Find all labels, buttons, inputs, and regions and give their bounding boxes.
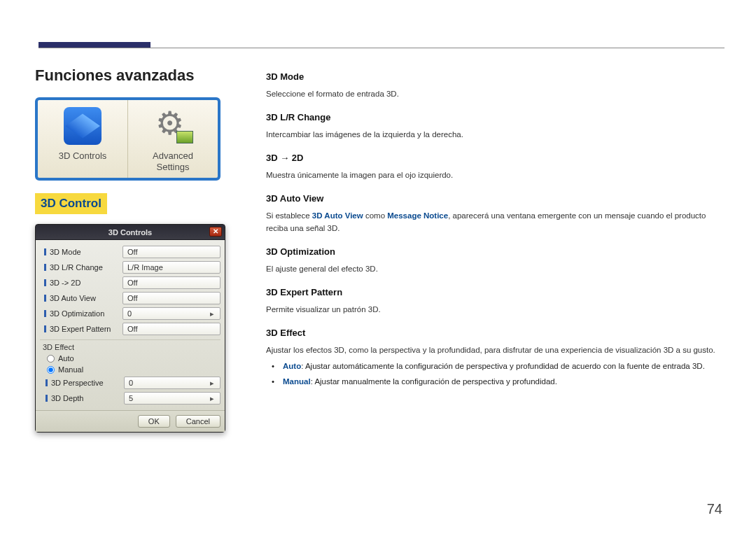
ok-button[interactable]: OK — [138, 415, 170, 428]
link-message-notice: Message Notice — [387, 211, 448, 220]
radio-auto[interactable]: Auto — [40, 353, 220, 364]
cube-icon — [64, 107, 102, 145]
dialog-button-bar: OK Cancel — [36, 410, 225, 432]
feature-icons-tile: 3D Controls Advanced Settings — [35, 97, 220, 181]
radio-manual[interactable]: Manual — [40, 364, 220, 375]
chevron-right-icon[interactable]: ▸ — [209, 309, 216, 318]
row-3d-depth: 3D Depth 5▸ — [41, 391, 220, 406]
gear-icon — [154, 107, 192, 145]
heading-3d-to-2d: 3D → 2D — [266, 151, 721, 165]
spinner-3d-optimization[interactable]: 0▸ — [122, 307, 220, 320]
label-3d-to-2d: 3D -> 2D — [50, 279, 80, 287]
dialog-body: 3D Mode Off 3D L/R Change L/R Image 3D -… — [36, 240, 225, 410]
marker-icon — [46, 379, 48, 386]
chevron-right-icon[interactable]: ▸ — [209, 394, 216, 403]
row-3d-mode: 3D Mode Off — [40, 244, 220, 260]
chevron-right-icon[interactable]: ▸ — [209, 379, 216, 388]
row-3d-expert-pattern: 3D Expert Pattern Off — [40, 321, 220, 337]
tile-3d-controls[interactable]: 3D Controls — [38, 100, 127, 178]
page-number: 74 — [707, 501, 722, 517]
text-3d-mode: Seleccione el formato de entrada 3D. — [266, 88, 721, 101]
marker-icon — [44, 279, 46, 286]
row-3d-auto-view: 3D Auto View Off — [40, 290, 220, 306]
row-3d-optimization: 3D Optimization 0▸ — [40, 306, 220, 321]
list-3d-effect: Auto: Ajustar automáticamente la configu… — [266, 360, 721, 388]
tile-advanced-label-line1: Advanced — [153, 150, 193, 161]
select-3d-to-2d[interactable]: Off — [122, 276, 220, 289]
dialog-title: 3D Controls — [108, 228, 152, 237]
label-3d-perspective: 3D Perspective — [51, 379, 104, 387]
cancel-button[interactable]: Cancel — [176, 415, 220, 428]
spinner-3d-perspective[interactable]: 0▸ — [124, 377, 220, 389]
list-item: Manual: Ajustar manualmente la configura… — [276, 376, 721, 388]
text-3d-lr-change: Intercambiar las imágenes de la izquierd… — [266, 129, 721, 141]
heading-3d-effect: 3D Effect — [266, 326, 721, 340]
marker-icon — [44, 325, 46, 332]
text-3d-effect: Ajustar los efectos 3D, como la perspect… — [266, 344, 721, 357]
page: Funciones avanzadas 3D Controls Advanced… — [0, 0, 756, 461]
close-icon[interactable]: ✕ — [209, 227, 222, 237]
heading-3d-optimization: 3D Optimization — [266, 245, 721, 259]
marker-icon — [46, 395, 48, 402]
left-column: Funciones avanzadas 3D Controls Advanced… — [35, 42, 238, 433]
text-3d-optimization: El ajuste general del efecto 3D. — [266, 263, 721, 276]
heading-3d-expert-pattern: 3D Expert Pattern — [266, 286, 721, 300]
heading-3d-auto-view: 3D Auto View — [266, 192, 721, 206]
label-3d-lr-change: 3D L/R Change — [50, 263, 103, 272]
marker-icon — [44, 264, 46, 271]
label-3d-depth: 3D Depth — [51, 394, 83, 402]
tile-advanced-label-line2: Settings — [157, 162, 190, 172]
manual-subgroup: 3D Perspective 0▸ 3D Depth 5▸ — [40, 375, 220, 406]
chapter-title: Funciones avanzadas — [35, 66, 238, 85]
section-title-3d-control: 3D Control — [35, 193, 107, 214]
row-3d-lr-change: 3D L/R Change L/R Image — [40, 260, 220, 275]
select-3d-lr-change[interactable]: L/R Image — [122, 261, 220, 274]
radio-auto-label: Auto — [58, 354, 74, 363]
label-3d-auto-view: 3D Auto View — [50, 294, 96, 302]
text-3d-to-2d: Muestra únicamente la imagen para el ojo… — [266, 169, 721, 182]
dialog-3d-controls: 3D Controls ✕ 3D Mode Off 3D L/R Change … — [35, 224, 225, 433]
tile-advanced-settings[interactable]: Advanced Settings — [127, 100, 218, 178]
select-3d-auto-view[interactable]: Off — [122, 292, 220, 304]
list-item: Auto: Ajustar automáticamente la configu… — [276, 360, 721, 373]
heading-3d-mode: 3D Mode — [266, 70, 721, 84]
dialog-titlebar: 3D Controls ✕ — [36, 225, 225, 240]
radio-manual-label: Manual — [58, 365, 83, 374]
header-accent-bar — [38, 42, 150, 48]
label-3d-optimization: 3D Optimization — [50, 309, 104, 318]
right-column: 3D Mode Seleccione el formato de entrada… — [266, 42, 721, 433]
group-label-3d-effect: 3D Effect — [40, 339, 220, 353]
heading-3d-lr-change: 3D L/R Change — [266, 111, 721, 125]
text-3d-auto-view: Si establece 3D Auto View como Message N… — [266, 210, 721, 235]
row-3d-perspective: 3D Perspective 0▸ — [41, 375, 220, 391]
marker-icon — [44, 248, 46, 255]
spinner-3d-depth[interactable]: 5▸ — [124, 392, 220, 405]
label-3d-expert-pattern: 3D Expert Pattern — [50, 325, 111, 333]
header-rule — [38, 48, 724, 48]
tile-advanced-label: Advanced Settings — [131, 150, 215, 172]
label-3d-mode: 3D Mode — [50, 248, 81, 256]
row-3d-to-2d: 3D -> 2D Off — [40, 275, 220, 290]
marker-icon — [44, 295, 46, 302]
select-3d-expert-pattern[interactable]: Off — [122, 323, 220, 335]
marker-icon — [44, 310, 46, 317]
radio-manual-input[interactable] — [47, 366, 55, 374]
radio-auto-input[interactable] — [47, 355, 55, 363]
select-3d-mode[interactable]: Off — [122, 246, 220, 258]
link-3d-auto-view: 3D Auto View — [312, 211, 363, 220]
tile-3d-controls-label: 3D Controls — [41, 150, 125, 162]
text-3d-expert-pattern: Permite visualizar un patrón 3D. — [266, 304, 721, 316]
